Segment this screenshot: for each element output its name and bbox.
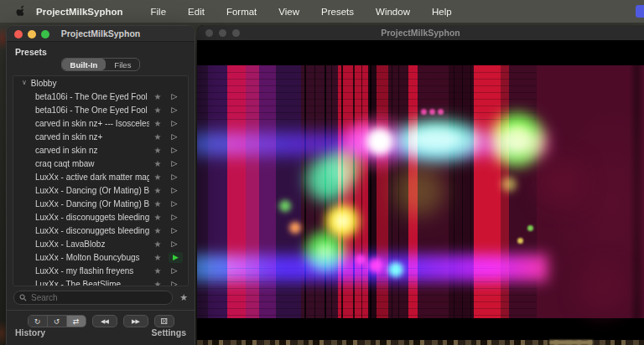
preset-row[interactable]: beta106i - The One Eyed Fool cy... ★ ▷: [13, 103, 188, 116]
previous-preset-button[interactable]: ◀◀: [92, 315, 117, 327]
zoom-button-inactive[interactable]: [232, 29, 240, 37]
menu-app-name[interactable]: ProjectMilkSyphon: [36, 7, 123, 17]
play-icon[interactable]: ▷: [166, 159, 183, 167]
preset-row[interactable]: LuxXx - LavaBlobz ★ ▷: [13, 237, 188, 250]
white-core-blob: [366, 128, 393, 155]
play-icon-active[interactable]: ▶: [169, 252, 183, 263]
play-icon[interactable]: ▷: [166, 266, 183, 275]
shuffle-button[interactable]: ⇄: [67, 316, 86, 327]
preset-row[interactable]: LuxXx - Dancing (Or Mating) Blo... ★ ▷: [13, 197, 188, 210]
preset-row[interactable]: LuxXx - The BeatSlime ★ ▷: [13, 277, 188, 286]
preset-name: LuxXx - active dark matter mag...: [35, 172, 149, 182]
star-icon[interactable]: ★: [149, 199, 166, 209]
cycle-button[interactable]: ↺: [48, 316, 67, 327]
preset-row[interactable]: beta106i - The One Eyed Fool cy... ★ ▷: [13, 90, 188, 103]
preset-row[interactable]: carved in skin nz+ ★ ▷: [13, 130, 188, 143]
play-icon[interactable]: ▷: [166, 106, 183, 114]
menu-item-view[interactable]: View: [278, 7, 299, 17]
panel-titlebar[interactable]: ProjectMilkSyphon: [7, 26, 195, 42]
preset-row[interactable]: LuxXx - active dark matter mag... ★ ▷: [13, 170, 188, 183]
zoom-button[interactable]: [41, 30, 49, 39]
random-preset-button[interactable]: ⚄: [154, 315, 174, 327]
tab-built-in[interactable]: Built-In: [62, 59, 106, 70]
star-icon[interactable]: ★: [149, 106, 166, 115]
green-blob-right-core: [505, 126, 530, 151]
favorite-star-icon[interactable]: ★: [179, 292, 188, 303]
star-icon[interactable]: ★: [149, 92, 166, 101]
play-icon[interactable]: ▷: [166, 280, 183, 286]
play-icon[interactable]: ▷: [166, 132, 183, 141]
green-mid-blob: [327, 149, 361, 183]
magenta-dot-b: [429, 109, 435, 115]
visualizer-window-title: ProjectMilkSyphon: [381, 28, 460, 38]
preset-row[interactable]: carved in skin nz ★ ▷: [13, 143, 188, 157]
olive-dim-blob: [394, 166, 444, 216]
faint-yellow-dot: [501, 177, 517, 192]
repeat-icon: ↻: [34, 317, 41, 326]
star-icon[interactable]: ★: [149, 186, 166, 195]
star-icon[interactable]: ★: [149, 146, 166, 155]
play-icon[interactable]: ▷: [166, 172, 183, 181]
play-icon[interactable]: ▷: [166, 92, 183, 100]
pink-dot-2: [368, 258, 383, 273]
tiny-green-dot: [527, 225, 533, 231]
minimize-button-inactive[interactable]: [219, 29, 226, 37]
play-icon[interactable]: ▷: [166, 213, 183, 221]
tab-files[interactable]: Files: [106, 59, 139, 70]
settings-button[interactable]: Settings: [152, 327, 186, 337]
menu-item-window[interactable]: Window: [376, 7, 410, 17]
search-input[interactable]: [27, 293, 167, 302]
preset-row[interactable]: carved in skin nz+ --- Isosceles... ★ ▷: [13, 116, 188, 130]
magenta-dot-c: [438, 109, 444, 115]
preset-row[interactable]: LuxXx - disconuggets bleeding c... ★ ▷: [13, 224, 188, 237]
star-icon[interactable]: ★: [149, 159, 166, 168]
menu-item-help[interactable]: Help: [432, 7, 452, 17]
close-button-inactive[interactable]: [205, 29, 213, 37]
search-icon: [19, 294, 27, 301]
red-blotch-lower: [577, 264, 627, 314]
preset-group-label: Blobby: [31, 79, 57, 88]
menubar-status-item[interactable]: [636, 5, 644, 18]
yellow-blob-core: [335, 214, 350, 229]
star-icon[interactable]: ★: [149, 172, 166, 182]
play-icon[interactable]: ▷: [166, 226, 183, 234]
star-icon[interactable]: ★: [149, 239, 166, 249]
star-icon[interactable]: ★: [149, 132, 166, 142]
preset-name: craq caqt mbaw: [35, 159, 149, 168]
preset-row[interactable]: LuxXx - Dancing (Or Mating) Blo... ★ ▷: [13, 183, 188, 197]
star-icon[interactable]: ★: [149, 119, 166, 128]
star-icon[interactable]: ★: [149, 266, 166, 275]
pink-dot-1: [356, 255, 366, 265]
star-icon[interactable]: ★: [149, 213, 166, 222]
preset-name: LuxXx - disconuggets bleeding c...: [35, 226, 149, 235]
star-icon[interactable]: ★: [149, 253, 166, 262]
repeat-button[interactable]: ↻: [29, 316, 48, 327]
preset-row[interactable]: craq caqt mbaw ★ ▷: [13, 157, 188, 170]
menu-item-presets[interactable]: Presets: [321, 7, 354, 17]
preset-row[interactable]: LuxXx - my flashin freyens ★ ▷: [13, 264, 188, 277]
star-icon[interactable]: ★: [149, 226, 166, 235]
shuffle-icon: ⇄: [73, 317, 80, 326]
tab-bar: Built-In Files: [7, 58, 195, 71]
preset-name: LuxXx - Molton Bouncybugs: [35, 253, 149, 262]
play-icon[interactable]: ▷: [166, 199, 183, 208]
menu-item-format[interactable]: Format: [226, 7, 257, 17]
rewind-icon: ◀◀: [101, 318, 108, 325]
play-icon[interactable]: ▷: [166, 186, 183, 194]
play-icon[interactable]: ▷: [166, 146, 183, 154]
star-icon[interactable]: ★: [149, 280, 166, 286]
preset-row-active[interactable]: LuxXx - Molton Bouncybugs ★ ▶: [13, 250, 188, 264]
next-preset-button[interactable]: ▶▶: [123, 315, 148, 327]
play-icon[interactable]: ▷: [166, 119, 183, 127]
preset-group-row[interactable]: ∨ Blobby: [13, 76, 188, 90]
play-icon[interactable]: ▷: [166, 239, 183, 248]
history-button[interactable]: History: [15, 327, 45, 337]
preset-row[interactable]: LuxXx - disconuggets bleeding c... ★ ▷: [13, 210, 188, 224]
close-button[interactable]: [14, 30, 23, 39]
apple-menu[interactable]: [15, 5, 26, 18]
search-box[interactable]: [13, 291, 173, 305]
visualizer-titlebar[interactable]: ProjectMilkSyphon: [197, 25, 644, 40]
menu-item-edit[interactable]: Edit: [188, 7, 205, 17]
menu-item-file[interactable]: File: [151, 7, 167, 17]
minimize-button[interactable]: [28, 30, 36, 39]
